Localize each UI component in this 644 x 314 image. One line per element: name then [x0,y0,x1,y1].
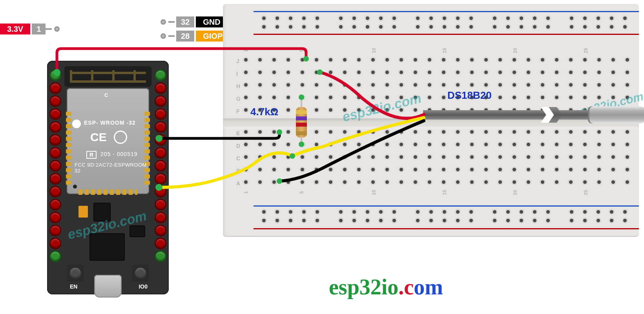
shield-pads-left [66,112,71,186]
esp32-pin [155,95,166,107]
esp32-pin [155,238,166,249]
shield-fcc: FCC 9D:2AC72-ESPWROOM 32 [75,162,149,174]
ds18b20-tip [588,106,644,123]
esp32-pin [49,199,61,211]
esp32-pin [49,160,61,172]
shield-serial: 205 - 000519 [100,151,138,157]
breadboard-col-15: 15 [442,48,447,53]
resistor-label: 4.7kΩ [250,106,278,118]
esp32-pin [49,250,61,262]
esp32-pin [49,238,61,249]
esp32-pin [155,134,166,146]
breadboard-col-20b: 20 [513,190,518,195]
esp32-pin [155,250,166,262]
esp32-antenna [64,66,151,87]
esp32-pin [49,121,61,133]
io0-button[interactable] [132,265,149,282]
breadboard-col-1: 1 [243,49,249,52]
legend-power-pin: 1 [32,24,46,34]
en-button[interactable] [67,265,84,282]
breadboard-col-25: 25 [583,48,589,53]
legend-power-voltage: 3.3V [0,24,30,34]
esp32-pin [49,69,61,81]
legend-connector-line [168,21,175,23]
breadboard-row-D: D [236,143,240,149]
legend-gnd: 32 GND [158,16,228,27]
breadboard-row-I: I [236,71,238,77]
ce-mark: CE [90,131,107,144]
breadboard-col-15b: 15 [442,190,447,195]
esp32-pinrow-right [155,69,166,265]
io0-button-label: IO0 [139,283,148,290]
esp32-pin [49,95,61,107]
shield-module-name: ESP- WROOM -32 [84,120,135,126]
esp32-pin [49,147,61,159]
breadboard-row-F: F [236,108,240,114]
breadboard-row-C: C [236,155,240,162]
esp32-pin [155,147,166,159]
esp32-pin [49,82,61,94]
logo-part-1: esp32io [329,275,398,299]
ds18b20-probe [423,103,644,127]
espressif-logo-icon [114,131,127,144]
board-chip-1 [93,203,111,221]
breadboard-col-20: 20 [513,48,518,53]
board-chip-main [89,233,125,261]
breadboard-row-A: A [236,180,240,187]
esp32-pin [155,160,166,172]
breadboard-col-1b: 1 [243,191,249,194]
shield-c-label: C [104,92,108,98]
breadboard-row-G: G [236,96,241,102]
breadboard-col-10b: 10 [371,190,377,195]
breadboard-power-top [262,16,635,32]
esp32-board: C ESP- WROOM -32 CE R 205 - 000519 FCC 9… [47,61,169,294]
board-capacitor [78,206,88,218]
logo-part-2: .c [398,275,414,299]
esp32-pin [155,186,166,198]
pin1-dot-icon [73,185,77,189]
esp32-pin [49,108,61,120]
usb-port[interactable] [94,275,122,298]
legend-connector-line [168,35,175,37]
legend-connector-dot [161,33,166,39]
breadboard-col-25b: 25 [583,190,589,195]
esp32-shield: C ESP- WROOM -32 CE R 205 - 000519 FCC 9… [67,88,149,194]
breadboard-rail-top-neg [254,11,639,12]
legend-connector-dot [54,26,60,32]
legend-gpio-pin: 28 [176,31,194,42]
breadboard-rail-bot-pos [254,228,639,229]
legend-power: 3.3V 1 [0,24,62,34]
breadboard-rail-bot-neg [254,205,639,207]
shield-pads-right [144,112,150,186]
wifi-icon [72,120,81,128]
esp32-pin [49,225,61,236]
esp32-pin [155,225,166,236]
esp32-pin [155,173,166,185]
esp32-pin [49,186,61,198]
esp32-pinrow-left [49,69,61,265]
shield-pads-bottom [78,189,137,195]
breadboard-row-E: E [236,130,240,136]
en-button-label: EN [70,283,77,290]
breadboard-col-5: 5 [299,49,305,52]
breadboard-col-5b: 5 [299,191,305,194]
logo-part-3: om [414,275,443,299]
esp32-pin [49,134,61,146]
esp32-pin [49,212,61,223]
esp32-pin [155,108,166,120]
sensor-label: DS18B20 [447,89,492,102]
esp32-pin [155,121,166,133]
breadboard-row-H: H [236,83,240,89]
legend-connector-line [46,28,52,30]
breadboard-col-10: 10 [371,48,377,53]
breadboard-row-B: B [236,168,240,174]
esp32-pin [155,212,166,223]
legend-gnd-pin: 32 [176,16,194,27]
breadboard-power-bot [262,210,635,226]
site-logo: esp32io.com [329,274,443,299]
pullup-resistor [296,99,307,145]
r-mark: R [86,151,97,159]
legend-connector-dot [161,19,166,25]
esp32-pin [49,173,61,185]
board-chip-2 [130,225,145,237]
